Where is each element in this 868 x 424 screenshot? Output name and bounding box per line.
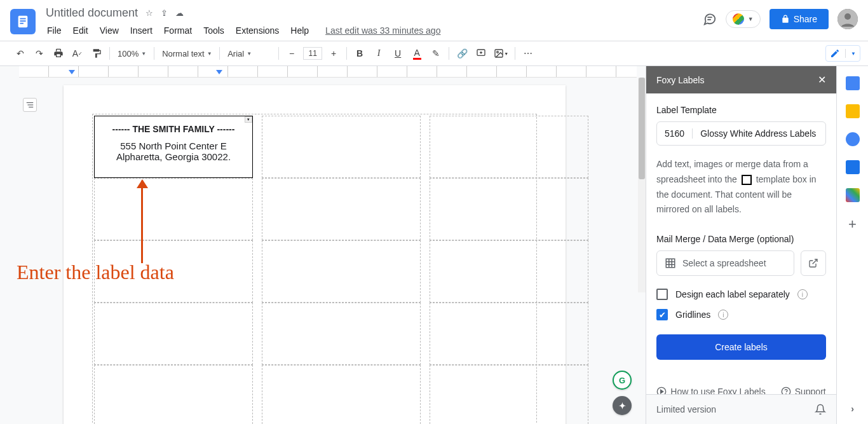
collapse-panel-button[interactable]: ›	[851, 404, 854, 414]
template-selector-button[interactable]: 5160 Glossy White Address Labels	[656, 121, 826, 146]
more-button[interactable]: ⋯	[519, 44, 537, 62]
label-line-2: 555 North Point Center E	[102, 140, 245, 151]
document-outline-button[interactable]	[23, 98, 37, 112]
svg-rect-16	[666, 259, 675, 268]
font-size-input[interactable]: 11	[303, 47, 322, 60]
gridlines-checkbox[interactable]: ✔	[656, 309, 668, 320]
menu-edit[interactable]: Edit	[68, 23, 93, 38]
select-spreadsheet-button[interactable]: Select a spreadsheet	[656, 250, 794, 276]
label-cell-4-2[interactable]	[262, 303, 421, 365]
zoom-dropdown[interactable]: 100%▼	[114, 44, 150, 62]
menu-format[interactable]: Format	[159, 23, 197, 38]
menu-view[interactable]: View	[95, 23, 124, 38]
label-cell-4-3[interactable]	[430, 303, 588, 365]
svg-point-12	[497, 51, 499, 53]
text-color-button[interactable]: A	[408, 44, 426, 62]
create-labels-button[interactable]: Create labels	[656, 334, 826, 360]
label-cell-3-2[interactable]	[262, 240, 421, 303]
label-cell-2-3[interactable]	[430, 178, 588, 240]
spellcheck-button[interactable]: A✓	[69, 44, 86, 62]
label-cell-5-2[interactable]	[262, 365, 421, 424]
lock-icon	[781, 15, 790, 24]
label-line-1: ------ THE SMITH FAMILY ------	[102, 124, 245, 134]
design-separately-checkbox[interactable]	[656, 289, 668, 300]
label-cell-2-2[interactable]	[262, 178, 421, 240]
tasks-app-icon[interactable]	[846, 132, 860, 146]
contacts-app-icon[interactable]	[846, 160, 860, 174]
star-icon[interactable]: ☆	[146, 8, 153, 18]
menu-help[interactable]: Help	[285, 23, 314, 38]
howto-link[interactable]: How to use Foxy Labels	[656, 386, 765, 394]
share-button[interactable]: Share	[770, 9, 829, 29]
gridlines-label: Gridlines	[675, 310, 710, 320]
print-button[interactable]	[50, 44, 67, 62]
font-increase-button[interactable]: +	[325, 44, 342, 62]
vertical-scrollbar[interactable]	[638, 78, 646, 292]
menu-insert[interactable]: Insert	[125, 23, 158, 38]
share-label: Share	[794, 14, 817, 24]
label-cell-2-1[interactable]	[94, 178, 253, 240]
docs-logo-icon[interactable]	[10, 9, 36, 34]
template-id: 5160	[665, 128, 693, 139]
keep-app-icon[interactable]	[846, 104, 860, 118]
doc-title-input[interactable]: Untitled document	[42, 6, 142, 20]
horizontal-ruler[interactable]	[19, 66, 637, 78]
explore-button[interactable]: ✦	[613, 396, 632, 415]
app-header: Untitled document ☆ ⇪ ☁ File Edit View I…	[0, 0, 868, 41]
svg-rect-1	[20, 18, 25, 20]
meet-button[interactable]: ▼	[726, 10, 761, 28]
insert-link-button[interactable]: 🔗	[453, 44, 471, 62]
sidebar-footer: Limited version	[646, 394, 836, 424]
highlight-button[interactable]: ✎	[427, 44, 445, 62]
label-cell-5-3[interactable]	[430, 365, 588, 424]
foxy-labels-sidebar: Foxy Labels ✕ Label Template 5160 Glossy…	[646, 66, 836, 424]
paint-format-button[interactable]	[88, 44, 105, 62]
maps-app-icon[interactable]	[846, 188, 860, 202]
styles-dropdown[interactable]: Normal text▼	[158, 44, 215, 62]
sidebar-help-text: Add text, images or merge data from a sp…	[656, 157, 826, 217]
annotation-arrow	[141, 181, 143, 263]
editing-mode-button[interactable]: ▼	[825, 45, 860, 62]
menu-extensions[interactable]: Extensions	[231, 23, 284, 38]
grammarly-button[interactable]: G	[613, 371, 632, 390]
label-cell-1-1[interactable]: ▾ ------ THE SMITH FAMILY ------ 555 Nor…	[94, 116, 253, 178]
svg-marker-23	[661, 390, 663, 393]
support-link[interactable]: Support	[781, 386, 826, 394]
move-icon[interactable]: ⇪	[161, 8, 168, 18]
pencil-icon	[830, 48, 840, 58]
info-icon[interactable]: i	[797, 289, 808, 299]
menu-tools[interactable]: Tools	[198, 23, 229, 38]
label-cell-1-3[interactable]	[430, 116, 588, 178]
label-cell-3-3[interactable]	[430, 240, 588, 303]
calendar-app-icon[interactable]	[846, 76, 860, 90]
side-panel: + ›	[836, 66, 868, 424]
info-icon[interactable]: i	[718, 310, 728, 320]
bold-button[interactable]: B	[351, 44, 369, 62]
open-comments-icon[interactable]	[703, 12, 717, 26]
menu-file[interactable]: File	[42, 23, 67, 38]
italic-button[interactable]: I	[370, 44, 388, 62]
last-edit-link[interactable]: Last edit was 33 minutes ago	[320, 23, 445, 38]
close-icon[interactable]: ✕	[818, 74, 826, 86]
label-cell-4-1[interactable]	[94, 303, 253, 365]
cloud-icon[interactable]: ☁	[175, 8, 184, 18]
cell-options-button[interactable]: ▾	[245, 116, 252, 123]
font-decrease-button[interactable]: −	[283, 44, 301, 62]
user-avatar[interactable]	[837, 9, 858, 29]
insert-image-button[interactable]: ▼	[491, 44, 511, 62]
add-addon-button[interactable]: +	[848, 216, 857, 233]
play-circle-icon	[656, 386, 667, 394]
underline-button[interactable]: U	[389, 44, 407, 62]
document-canvas[interactable]: ▾ ------ THE SMITH FAMILY ------ 555 Nor…	[0, 66, 646, 424]
font-dropdown[interactable]: Arial▼	[224, 44, 275, 62]
limited-version-label[interactable]: Limited version	[656, 404, 716, 414]
redo-button[interactable]: ↷	[31, 44, 48, 62]
chevron-down-icon: ▼	[748, 16, 754, 22]
add-comment-button[interactable]	[472, 44, 490, 62]
undo-button[interactable]: ↶	[11, 44, 29, 62]
label-cell-5-1[interactable]	[94, 365, 253, 424]
open-external-button[interactable]	[801, 250, 826, 276]
bell-icon[interactable]	[815, 404, 826, 415]
template-name: Glossy White Address Labels	[700, 128, 816, 139]
label-cell-1-2[interactable]	[262, 116, 421, 178]
